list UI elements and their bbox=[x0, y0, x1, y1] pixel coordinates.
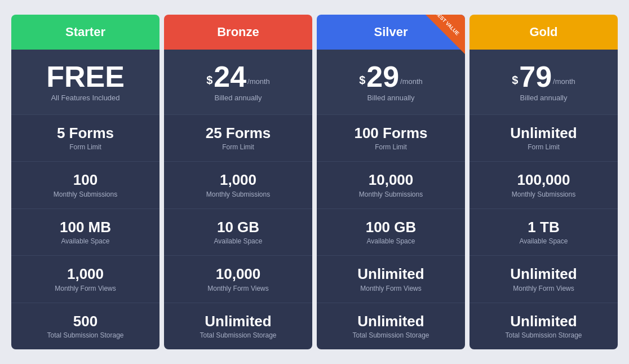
feature-value: 1,000 bbox=[220, 172, 256, 188]
price-period: /month bbox=[553, 77, 575, 86]
feature-value: 1,000 bbox=[67, 266, 104, 282]
feature-row-4: UnlimitedTotal Submission Storage bbox=[164, 303, 312, 350]
plan-body-silver: $29/monthBilled annually100 FormsForm Li… bbox=[317, 50, 465, 350]
pricing-table: StarterFREEAll Features Included5 FormsF… bbox=[11, 15, 618, 350]
price-billed: Billed annually bbox=[475, 94, 612, 102]
feature-row-1: 10,000Monthly Submissions bbox=[317, 162, 465, 209]
price-row: $29/month bbox=[322, 62, 459, 91]
feature-label: Monthly Submissions bbox=[206, 190, 270, 198]
feature-label: Available Space bbox=[214, 237, 263, 245]
feature-label: Total Submission Storage bbox=[47, 331, 123, 339]
feature-value: 100 MB bbox=[60, 219, 111, 236]
feature-row-4: UnlimitedTotal Submission Storage bbox=[469, 303, 618, 350]
feature-label: Monthly Form Views bbox=[513, 285, 574, 292]
plan-body-starter: FREEAll Features Included5 FormsForm Lim… bbox=[11, 50, 160, 350]
best-value-badge: BEST VALUE bbox=[426, 15, 465, 54]
price-dollar: $ bbox=[206, 74, 212, 87]
plan-body-gold: $79/monthBilled annuallyUnlimitedForm Li… bbox=[469, 50, 618, 350]
feature-value: 1 TB bbox=[528, 219, 559, 236]
feature-value: Unlimited bbox=[510, 313, 577, 330]
price-amount: 29 bbox=[366, 62, 399, 91]
plan-name-starter: Starter bbox=[17, 25, 154, 39]
feature-row-4: UnlimitedTotal Submission Storage bbox=[317, 303, 465, 350]
feature-value: 10,000 bbox=[216, 266, 261, 282]
price-row: $79/month bbox=[475, 62, 612, 91]
feature-label: Monthly Form Views bbox=[360, 285, 421, 292]
feature-label: Total Submission Storage bbox=[352, 331, 429, 339]
feature-label: Available Space bbox=[520, 237, 568, 245]
best-value-text: BEST VALUE bbox=[433, 15, 461, 37]
plan-name-gold: Gold bbox=[475, 25, 612, 39]
price-section-starter: FREEAll Features Included bbox=[11, 50, 160, 115]
feature-row-3: 10,000Monthly Form Views bbox=[164, 256, 312, 303]
feature-row-2: 100 GBAvailable Space bbox=[317, 209, 465, 256]
price-section-silver: $29/monthBilled annually bbox=[317, 50, 465, 115]
feature-label: Available Space bbox=[61, 237, 110, 245]
price-section-bronze: $24/monthBilled annually bbox=[164, 50, 312, 115]
feature-value: 100 GB bbox=[366, 219, 417, 236]
feature-value: 100 bbox=[73, 172, 98, 188]
feature-value: 25 Forms bbox=[206, 125, 271, 141]
feature-label: Form Limit bbox=[69, 143, 101, 151]
feature-value: Unlimited bbox=[357, 266, 424, 282]
plan-header-gold: Gold bbox=[469, 15, 618, 50]
feature-value: 500 bbox=[73, 313, 98, 330]
feature-row-1: 1,000Monthly Submissions bbox=[164, 162, 312, 209]
feature-row-0: 5 FormsForm Limit bbox=[11, 115, 160, 162]
feature-value: 10,000 bbox=[369, 172, 414, 188]
feature-value: Unlimited bbox=[510, 266, 577, 282]
feature-label: Monthly Form Views bbox=[55, 285, 116, 292]
price-amount: 24 bbox=[214, 62, 246, 91]
feature-label: Form Limit bbox=[222, 143, 254, 151]
feature-row-4: 500Total Submission Storage bbox=[11, 303, 160, 350]
plan-card-silver: BEST VALUESilver$29/monthBilled annually… bbox=[317, 15, 465, 350]
feature-label: Total Submission Storage bbox=[505, 331, 582, 339]
feature-value: Unlimited bbox=[510, 125, 577, 141]
plan-card-gold: Gold$79/monthBilled annuallyUnlimitedFor… bbox=[469, 15, 618, 350]
feature-value: 5 Forms bbox=[57, 125, 114, 141]
feature-row-3: UnlimitedMonthly Form Views bbox=[469, 256, 618, 303]
price-amount: 79 bbox=[519, 62, 552, 91]
feature-label: Total Submission Storage bbox=[200, 331, 276, 339]
plan-body-bronze: $24/monthBilled annually25 FormsForm Lim… bbox=[164, 50, 312, 350]
feature-row-0: UnlimitedForm Limit bbox=[469, 115, 618, 162]
feature-label: Form Limit bbox=[528, 143, 560, 151]
feature-label: Monthly Submissions bbox=[512, 190, 575, 198]
feature-label: Form Limit bbox=[375, 143, 407, 151]
feature-row-2: 10 GBAvailable Space bbox=[164, 209, 312, 256]
price-period: /month bbox=[400, 77, 423, 86]
feature-row-3: UnlimitedMonthly Form Views bbox=[317, 256, 465, 303]
feature-row-2: 100 MBAvailable Space bbox=[11, 209, 160, 256]
price-section-gold: $79/monthBilled annually bbox=[469, 50, 618, 115]
feature-row-0: 100 FormsForm Limit bbox=[317, 115, 465, 162]
feature-row-3: 1,000Monthly Form Views bbox=[11, 256, 160, 303]
feature-label: Monthly Submissions bbox=[54, 190, 117, 198]
feature-value: Unlimited bbox=[205, 313, 271, 330]
feature-row-2: 1 TBAvailable Space bbox=[469, 209, 618, 256]
plan-card-starter: StarterFREEAll Features Included5 FormsF… bbox=[11, 15, 160, 350]
plan-header-starter: Starter bbox=[11, 15, 160, 50]
feature-value: 100 Forms bbox=[354, 125, 427, 141]
plan-header-bronze: Bronze bbox=[164, 15, 312, 50]
price-dollar: $ bbox=[512, 74, 518, 87]
price-sub: All Features Included bbox=[17, 94, 154, 102]
feature-label: Available Space bbox=[367, 237, 415, 245]
price-billed: Billed annually bbox=[322, 94, 459, 102]
feature-value: 10 GB bbox=[217, 219, 259, 236]
feature-value: 100,000 bbox=[517, 172, 570, 188]
feature-row-1: 100,000Monthly Submissions bbox=[469, 162, 618, 209]
feature-row-1: 100Monthly Submissions bbox=[11, 162, 160, 209]
feature-value: Unlimited bbox=[357, 313, 424, 330]
feature-label: Monthly Form Views bbox=[207, 285, 268, 292]
feature-label: Monthly Submissions bbox=[359, 190, 423, 198]
price-period: /month bbox=[247, 77, 270, 86]
plan-card-bronze: Bronze$24/monthBilled annually25 FormsFo… bbox=[164, 15, 312, 350]
price-dollar: $ bbox=[359, 74, 365, 87]
price-row: $24/month bbox=[170, 62, 307, 91]
plan-name-bronze: Bronze bbox=[170, 25, 307, 39]
feature-row-0: 25 FormsForm Limit bbox=[164, 115, 312, 162]
price-free: FREE bbox=[17, 62, 154, 91]
price-billed: Billed annually bbox=[170, 94, 307, 102]
